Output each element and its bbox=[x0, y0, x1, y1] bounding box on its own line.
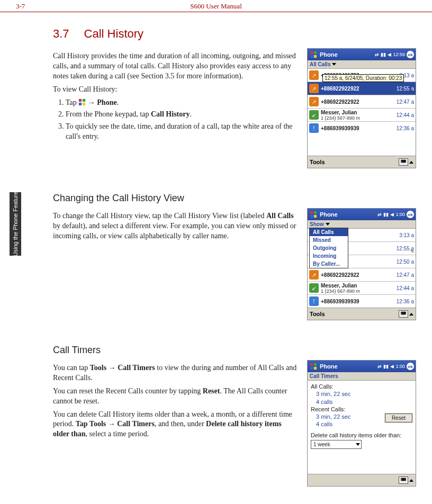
filter-option[interactable]: Incoming bbox=[310, 252, 348, 260]
missed-call-icon: ! bbox=[309, 296, 319, 306]
view-filter-dropdown[interactable]: All Calls bbox=[308, 60, 416, 69]
svg-rect-9 bbox=[314, 211, 317, 214]
start-icon bbox=[309, 51, 318, 58]
call-history-row[interactable]: ↗+88692292292212:47 a bbox=[308, 95, 416, 108]
section-body: Call History provides the time and durat… bbox=[53, 48, 298, 145]
subheading-timers: Call Timers bbox=[53, 345, 416, 356]
chevron-down-icon bbox=[356, 443, 360, 446]
sound-icon: ◀ bbox=[390, 212, 394, 217]
call-time: 12:44 a bbox=[391, 112, 414, 118]
svg-rect-4 bbox=[310, 51, 313, 54]
ok-button[interactable]: ok bbox=[407, 51, 414, 58]
call-history-row[interactable]: ↗+88692292292212:55 a✎ bbox=[308, 82, 416, 95]
keyboard-icon[interactable]: ⌨ bbox=[399, 310, 408, 318]
svg-rect-8 bbox=[310, 211, 313, 214]
signal-icon: ▮▮ bbox=[383, 364, 389, 369]
subsection-body: You can tap Tools → Call Timers to view … bbox=[53, 360, 298, 443]
start-icon bbox=[78, 98, 86, 106]
chapter-side-tab: Using the Phone Feature bbox=[10, 192, 21, 256]
chevron-down-icon bbox=[332, 63, 336, 66]
app-title: Phone bbox=[320, 363, 338, 370]
screenshot-call-timers: Phone ⇄ ▮▮ ◀ 1:00 ok Call Timers All Cal… bbox=[307, 360, 416, 487]
call-time: 3:13 a bbox=[391, 232, 414, 238]
svg-rect-13 bbox=[314, 363, 317, 366]
call-history-row[interactable]: !+88693993993912:36 a bbox=[308, 121, 416, 134]
tools-menu[interactable]: Tools bbox=[310, 311, 325, 317]
app-title: Phone bbox=[320, 211, 338, 218]
ok-button[interactable]: ok bbox=[407, 211, 414, 218]
ok-button[interactable]: ok bbox=[407, 363, 414, 370]
recent-calls-label: Recent Calls: bbox=[311, 406, 412, 413]
chevron-down-icon bbox=[326, 223, 330, 226]
tools-menu[interactable]: Tools bbox=[310, 159, 325, 165]
call-name: Messer, Julian1 (234) 567-890 m bbox=[321, 283, 391, 294]
section-title: 3.7Call History bbox=[53, 27, 416, 41]
svg-rect-12 bbox=[310, 363, 313, 366]
clock: 1:00 bbox=[395, 364, 405, 369]
svg-rect-15 bbox=[314, 367, 317, 370]
missed-call-icon: ! bbox=[309, 123, 319, 133]
call-time: 12:36 a bbox=[391, 299, 414, 304]
all-calls-label: All Calls: bbox=[311, 383, 412, 390]
call-history-row[interactable]: !+88693993993912:36 a bbox=[308, 294, 416, 308]
call-time: 12:36 a bbox=[391, 125, 414, 131]
note-icon: ✎ bbox=[410, 249, 415, 254]
up-arrow-icon[interactable] bbox=[409, 479, 413, 482]
svg-rect-1 bbox=[83, 98, 85, 101]
keyboard-icon[interactable]: ⌨ bbox=[399, 476, 408, 484]
delete-older-dropdown[interactable]: 1 week bbox=[311, 440, 362, 449]
signal-icon: ▮▮ bbox=[381, 52, 386, 57]
signal-icon: ▮▮ bbox=[383, 212, 389, 217]
call-name: +886922922922 bbox=[321, 86, 391, 92]
call-time: 12:50 a bbox=[391, 259, 414, 265]
call-time: 12:47 a bbox=[391, 99, 414, 105]
incoming-call-icon: ↙ bbox=[309, 110, 319, 120]
svg-rect-10 bbox=[310, 215, 313, 218]
connectivity-icon: ⇄ bbox=[377, 212, 382, 217]
screen-title: Call Timers bbox=[308, 372, 416, 381]
call-name: +886939939939 bbox=[321, 125, 391, 131]
filter-option[interactable]: By Caller... bbox=[310, 260, 348, 268]
connectivity-icon: ⇄ bbox=[377, 364, 382, 369]
steps-list: Tap → Phone. From the Phone keypad, tap … bbox=[53, 98, 298, 142]
page-header: 3-7 S600 User Manual bbox=[0, 0, 432, 12]
call-time: 12:47 a bbox=[391, 272, 414, 278]
svg-rect-2 bbox=[79, 102, 82, 105]
app-title: Phone bbox=[320, 51, 338, 58]
filter-option[interactable]: All Calls bbox=[310, 228, 348, 236]
reset-button[interactable]: Reset bbox=[385, 413, 412, 422]
clock: 1:00 bbox=[395, 212, 405, 217]
svg-rect-6 bbox=[310, 55, 313, 58]
screenshot-view-dropdown: Phone ⇄ ▮▮ ◀ 1:00 ok Show ↗824017533:13 … bbox=[307, 208, 416, 320]
up-arrow-icon[interactable] bbox=[409, 161, 413, 164]
call-name: +886922922922 bbox=[321, 99, 391, 105]
call-time: 12:44 a bbox=[391, 285, 414, 291]
call-detail-tooltip: 12:55 a, 6/24/05, Duration: 00:23 bbox=[322, 74, 404, 82]
svg-rect-0 bbox=[79, 98, 82, 101]
connectivity-icon: ⇄ bbox=[375, 52, 379, 57]
call-history-row[interactable]: ↗+88692292292212:47 a bbox=[308, 268, 416, 281]
svg-rect-11 bbox=[314, 215, 317, 218]
svg-rect-5 bbox=[314, 51, 317, 54]
delete-older-label: Delete call history items older than: bbox=[311, 431, 412, 439]
start-icon bbox=[309, 211, 318, 218]
call-history-row[interactable]: ↙Messer, Julian1 (234) 567-890 m12:44 a bbox=[308, 108, 416, 121]
view-filter-menu: All CallsMissedOutgoingIncomingBy Caller… bbox=[309, 228, 348, 268]
note-icon: ✎ bbox=[410, 89, 415, 94]
filter-option[interactable]: Outgoing bbox=[310, 244, 348, 252]
clock: 12:59 bbox=[393, 52, 405, 57]
all-calls-count: 4 calls bbox=[316, 398, 412, 406]
svg-rect-7 bbox=[314, 55, 317, 58]
keyboard-icon[interactable]: ⌨ bbox=[399, 158, 408, 166]
outgoing-call-icon: ↗ bbox=[309, 84, 319, 93]
up-arrow-icon[interactable] bbox=[409, 313, 413, 316]
outgoing-call-icon: ↗ bbox=[309, 70, 319, 80]
filter-option[interactable]: Missed bbox=[310, 236, 348, 244]
subsection-body: To change the Call History view, tap the… bbox=[53, 208, 298, 245]
call-name: Messer, Julian1 (234) 567-890 m bbox=[321, 110, 391, 121]
svg-rect-14 bbox=[310, 367, 313, 370]
sound-icon: ◀ bbox=[388, 52, 391, 57]
svg-rect-3 bbox=[83, 102, 85, 105]
call-history-row[interactable]: ↙Messer, Julian1 (234) 567-890 m12:44 a bbox=[308, 281, 416, 294]
start-icon bbox=[309, 363, 318, 370]
